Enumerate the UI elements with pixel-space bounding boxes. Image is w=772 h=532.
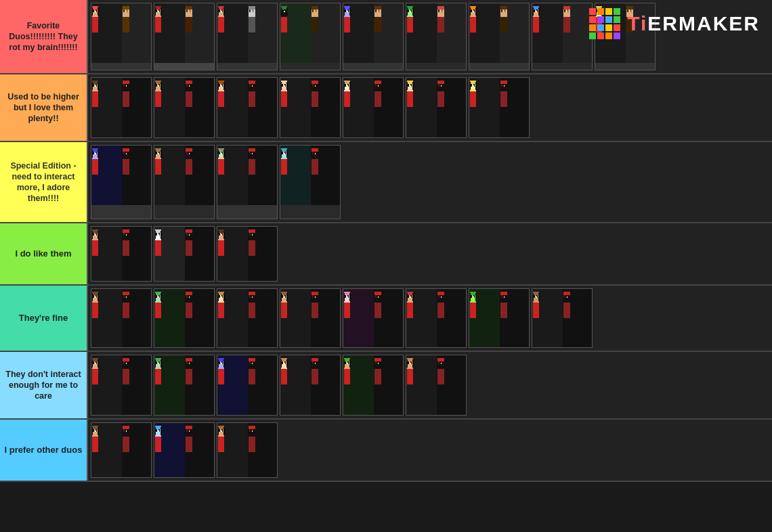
tier-items-special (88, 142, 772, 222)
list-item (280, 355, 341, 416)
list-item (91, 3, 152, 70)
tier-label-like: I do like them (0, 223, 88, 284)
list-item (91, 77, 152, 138)
list-item (280, 77, 341, 138)
tier-row-special: Special Edition - need to interact more,… (0, 142, 772, 223)
list-item (217, 422, 278, 478)
tier-items-fine (88, 286, 772, 351)
list-item (91, 145, 152, 219)
tier-label-nointeract: They don't interact enough for me to car… (0, 352, 88, 418)
list-item (154, 355, 215, 416)
tier-label-fav: Favorite Duos!!!!!!!!! They rot my brain… (0, 0, 88, 73)
list-item (154, 422, 215, 478)
list-item (406, 3, 467, 70)
tier-label-used: Used to be higher but I love them plenty… (0, 74, 88, 141)
tier-row-prefer: I prefer other duos (0, 420, 772, 482)
list-item (343, 77, 404, 138)
list-item (532, 3, 593, 70)
tier-list: Favorite Duos!!!!!!!!! They rot my brain… (0, 0, 772, 482)
tier-items-nointeract (88, 352, 772, 418)
tier-row-used: Used to be higher but I love them plenty… (0, 74, 772, 142)
list-item (469, 3, 530, 70)
list-item (280, 145, 341, 219)
list-item (217, 145, 278, 219)
tier-row-fine: They're fine (0, 286, 772, 352)
list-item (154, 288, 215, 348)
list-item (343, 288, 404, 348)
list-item (154, 226, 215, 282)
tier-items-prefer (88, 420, 772, 481)
list-item (343, 355, 404, 416)
tier-label-prefer: I prefer other duos (0, 420, 88, 481)
tier-label-fine: They're fine (0, 286, 88, 351)
tier-label-special: Special Edition - need to interact more,… (0, 142, 88, 222)
logo-text: TiERMAKER (627, 12, 760, 35)
list-item (91, 226, 152, 282)
tier-items-like (88, 223, 772, 284)
list-item (217, 226, 278, 282)
list-item (343, 3, 404, 70)
list-item (406, 77, 467, 138)
list-item (154, 145, 215, 219)
list-item (406, 355, 467, 416)
list-item (91, 288, 152, 348)
list-item (91, 355, 152, 416)
list-item (280, 288, 341, 348)
list-item (280, 3, 341, 70)
list-item (532, 288, 593, 348)
tier-row-like: I do like them (0, 223, 772, 286)
logo-grid (589, 8, 620, 39)
list-item (217, 77, 278, 138)
list-item (154, 3, 215, 70)
list-item (217, 288, 278, 348)
list-item (217, 3, 278, 70)
list-item (469, 77, 530, 138)
tier-items-used (88, 74, 772, 141)
tier-row-nointeract: They don't interact enough for me to car… (0, 352, 772, 420)
list-item (469, 288, 530, 348)
list-item (154, 77, 215, 138)
list-item (91, 422, 152, 478)
list-item (406, 288, 467, 348)
tiermaker-logo: TiERMAKER (589, 8, 760, 39)
list-item (217, 355, 278, 416)
